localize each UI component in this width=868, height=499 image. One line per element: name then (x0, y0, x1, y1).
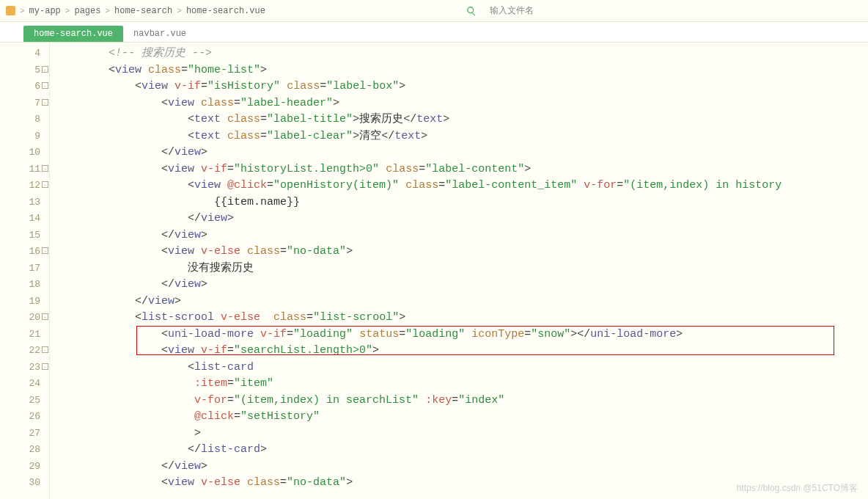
line-gutter: 45-6-7-891011-12-13141516-17181920-2122-… (0, 43, 50, 499)
line-number: 7- (0, 95, 49, 112)
fold-toggle-icon[interactable]: - (42, 346, 48, 353)
chevron-right-icon: > (175, 7, 183, 15)
line-number: 13 (0, 194, 49, 211)
line-number: 20- (0, 310, 49, 327)
code-line[interactable]: <view v-if="historyList.length>0" class=… (50, 161, 868, 178)
code-line[interactable]: <view @click="openHistory(item)" class="… (50, 178, 868, 194)
line-number: 9 (0, 128, 49, 145)
fold-toggle-icon[interactable]: - (42, 99, 48, 106)
watermark: https://blog.csdn @51CTO博客 (737, 482, 858, 495)
line-number: 5- (0, 62, 49, 79)
code-editor[interactable]: 45-6-7-891011-12-13141516-17181920-2122-… (0, 43, 868, 499)
chevron-right-icon: > (103, 7, 111, 15)
fold-toggle-icon[interactable]: - (42, 363, 48, 370)
line-number: 21 (0, 327, 49, 343)
crumb-myapp[interactable]: my-app (26, 6, 64, 16)
line-number: 16- (0, 244, 49, 261)
filename-input[interactable]: 输入文件名 (490, 4, 534, 17)
line-number: 24 (0, 376, 49, 393)
chevron-right-icon: > (18, 7, 26, 15)
code-line[interactable]: <view v-if="searchList.length>0"> (50, 343, 868, 360)
line-number: 12- (0, 178, 49, 194)
fold-toggle-icon[interactable]: - (42, 247, 48, 254)
line-number: 29 (0, 459, 49, 476)
code-line[interactable]: @click="setHistory" (50, 409, 868, 426)
line-number: 23- (0, 360, 49, 376)
code-line[interactable]: </view> (50, 277, 868, 294)
line-number: 10 (0, 145, 49, 161)
code-line[interactable]: <view v-else class="no-data"> (50, 244, 868, 261)
code-line[interactable]: </view> (50, 211, 868, 227)
crumb-file[interactable]: home-search.vue (183, 6, 268, 16)
line-number: 18 (0, 277, 49, 294)
code-line[interactable]: </view> (50, 459, 868, 476)
code-line[interactable]: <text class="label-title">搜索历史</text> (50, 112, 868, 128)
line-number: 28 (0, 442, 49, 459)
fold-toggle-icon[interactable]: - (42, 181, 48, 188)
fold-toggle-icon[interactable]: - (42, 165, 48, 172)
code-line[interactable]: :item="item" (50, 376, 868, 393)
fold-toggle-icon[interactable]: - (42, 82, 48, 89)
crumb-pages[interactable]: pages (71, 6, 103, 16)
tab-home-search[interactable]: home-search.vue (23, 26, 123, 42)
breadcrumb-bar: > my-app > pages > home-search > home-se… (0, 0, 868, 22)
code-line[interactable]: {{item.name}} (50, 194, 868, 211)
fold-toggle-icon[interactable]: - (42, 313, 48, 320)
fold-toggle-icon[interactable]: - (42, 66, 48, 73)
code-line[interactable]: <list-card (50, 360, 868, 376)
line-number: 8 (0, 112, 49, 128)
code-line[interactable]: <uni-load-more v-if="loading" status="lo… (50, 327, 868, 343)
code-line[interactable]: 没有搜索历史 (50, 261, 868, 277)
code-line[interactable]: </view> (50, 145, 868, 161)
chevron-right-icon: > (64, 7, 72, 15)
code-line[interactable]: <view v-if="isHistory" class="label-box"… (50, 79, 868, 95)
line-number: 15 (0, 227, 49, 244)
code-area[interactable]: <!-- 搜索历史 --><view class="home-list"> <v… (50, 43, 868, 499)
line-number: 19 (0, 294, 49, 310)
line-number: 27 (0, 426, 49, 442)
code-line[interactable]: <!-- 搜索历史 --> (50, 45, 868, 62)
line-number: 26 (0, 409, 49, 426)
code-line[interactable]: <list-scrool v-else class="list-scrool"> (50, 310, 868, 327)
code-line[interactable]: </view> (50, 294, 868, 310)
code-line[interactable]: v-for="(item,index) in searchList" :key=… (50, 393, 868, 409)
crumb-home-search[interactable]: home-search (111, 6, 175, 16)
line-number: 14 (0, 211, 49, 227)
file-icon (6, 6, 15, 15)
line-number: 4 (0, 45, 49, 62)
code-line[interactable]: </view> (50, 227, 868, 244)
line-number: 25 (0, 393, 49, 409)
line-number: 22- (0, 343, 49, 360)
code-line[interactable]: > (50, 426, 868, 442)
line-number: 11- (0, 161, 49, 178)
code-line[interactable]: <text class="label-clear">清空</text> (50, 128, 868, 145)
line-number: 30 (0, 475, 49, 492)
line-number: 17 (0, 261, 49, 277)
search-icon[interactable] (466, 6, 477, 16)
line-number: 6- (0, 79, 49, 95)
code-line[interactable]: </list-card> (50, 442, 868, 459)
editor-tabs: home-search.vue navbar.vue (0, 22, 868, 43)
code-line[interactable]: <view class="label-header"> (50, 95, 868, 112)
tab-navbar[interactable]: navbar.vue (123, 26, 196, 42)
code-line[interactable]: <view class="home-list"> (50, 62, 868, 79)
